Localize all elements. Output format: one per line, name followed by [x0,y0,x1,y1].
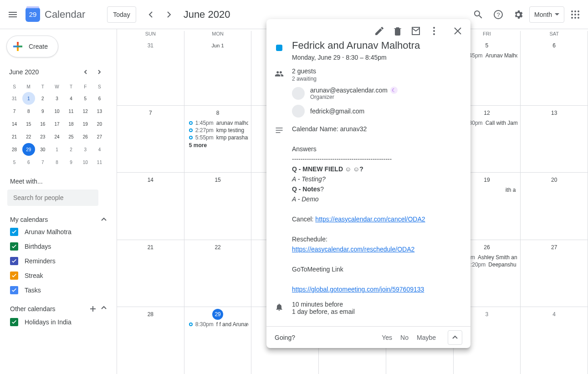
mini-day[interactable]: 2 [36,92,49,105]
my-calendars-toggle[interactable]: My calendars [10,216,107,223]
mini-day[interactable]: 31 [8,92,21,105]
cancel-link[interactable]: https://easycalendar.com/cancel/ODA2 [315,215,425,223]
mini-day[interactable]: 7 [36,156,49,169]
mini-next-button[interactable] [94,67,105,77]
mini-day[interactable]: 24 [51,130,63,143]
checkbox-icon[interactable] [10,318,18,326]
mini-day[interactable]: 11 [65,105,77,118]
view-switcher[interactable]: Month [529,6,564,23]
meeting-link[interactable]: https://global.gotomeeting.com/join/5976… [292,286,424,293]
email-guests-button[interactable] [408,23,424,39]
day-cell[interactable]: 27 [521,240,588,307]
event-chip[interactable]: 8:30pmf f and Arunav M [187,321,249,328]
mini-day[interactable]: 3 [51,92,63,105]
mini-day[interactable]: 11 [93,156,106,169]
day-cell[interactable]: 21 [117,240,184,307]
day-cell[interactable]: 298:30pmf f and Arunav M [184,307,252,374]
mini-day[interactable]: 3 [79,143,92,156]
rsvp-no[interactable]: No [400,334,409,341]
main-menu-button[interactable] [4,5,22,24]
mini-day[interactable]: 21 [8,130,21,143]
event-chip[interactable]: 1:45pmarunav malhotra [187,119,249,127]
day-cell[interactable]: Jun 1 [184,38,252,105]
rsvp-yes[interactable]: Yes [382,334,392,341]
apps-icon[interactable] [566,5,584,24]
mini-day[interactable]: 8 [22,105,35,118]
mini-day[interactable]: 19 [79,118,92,130]
day-cell[interactable]: 31 [117,38,184,105]
mini-day[interactable]: 13 [93,105,106,118]
today-button[interactable]: Today [107,6,136,23]
calendar-item[interactable]: Holidays in India [10,318,107,326]
mini-day[interactable]: 23 [36,130,49,143]
mini-day[interactable]: 15 [22,118,35,130]
checkbox-icon[interactable] [10,272,18,280]
checkbox-icon[interactable] [10,242,18,251]
delete-event-button[interactable] [389,23,406,39]
close-popup-button[interactable] [450,23,466,39]
mini-day[interactable]: 7 [8,105,21,118]
mini-day[interactable]: 8 [51,156,63,169]
day-cell[interactable]: 22 [184,240,252,307]
settings-icon[interactable] [509,5,527,24]
mini-day[interactable]: 5 [8,156,21,169]
day-cell[interactable]: 6 [521,38,588,105]
mini-day[interactable]: 16 [36,118,49,130]
day-cell[interactable]: 7 [117,106,184,173]
mini-day[interactable]: 20 [93,118,106,130]
calendar-item[interactable]: Reminders [10,257,107,265]
mini-day[interactable]: 4 [65,92,77,105]
rsvp-maybe[interactable]: Maybe [417,334,436,341]
mini-day[interactable]: 6 [22,156,35,169]
mini-day[interactable]: 18 [65,118,77,130]
day-cell[interactable]: 28 [117,307,184,374]
mini-day[interactable]: 10 [51,105,63,118]
mini-day[interactable]: 5 [79,92,92,105]
event-options-button[interactable] [426,23,442,39]
calendar-item[interactable]: Arunav Malhotra [10,228,107,236]
day-cell[interactable]: 81:45pmarunav malhotra2:27pmkmp testing5… [184,106,252,173]
rsvp-expand-button[interactable] [448,330,462,345]
calendar-item[interactable]: Birthdays [10,242,107,251]
mini-day[interactable]: 26 [79,130,92,143]
checkbox-icon[interactable] [10,257,18,265]
mini-day[interactable]: 9 [65,156,77,169]
search-icon[interactable] [469,5,487,24]
mini-day[interactable]: 9 [36,105,49,118]
calendar-item[interactable]: Streak [10,272,107,280]
add-calendar-icon[interactable] [88,304,97,313]
mini-prev-button[interactable] [80,67,91,77]
mini-day[interactable]: 27 [93,130,106,143]
next-month-button[interactable] [160,5,178,24]
mini-day[interactable]: 2 [65,143,77,156]
mini-day[interactable]: 22 [22,130,35,143]
mini-day[interactable]: 14 [8,118,21,130]
prev-month-button[interactable] [142,5,160,24]
mini-day[interactable]: 4 [93,143,106,156]
day-cell[interactable]: 4 [521,307,588,374]
other-calendars-toggle[interactable]: Other calendars [10,304,107,313]
more-events[interactable]: 5 more [189,142,247,149]
edit-event-button[interactable] [371,23,388,39]
mini-day[interactable]: 1 [22,92,35,105]
create-button[interactable]: Create [6,36,58,57]
checkbox-icon[interactable] [10,228,18,236]
day-cell[interactable]: 14 [117,173,184,240]
mini-day[interactable]: 25 [65,130,77,143]
search-people-input[interactable] [7,190,98,206]
day-cell[interactable]: 15 [184,173,252,240]
help-icon[interactable]: ? [489,5,507,24]
mini-day[interactable]: 17 [51,118,63,130]
mini-day[interactable]: 1 [51,143,63,156]
mini-day[interactable]: 30 [36,143,49,156]
checkbox-icon[interactable] [10,286,18,294]
event-chip[interactable]: 2:27pmkmp testing [187,127,249,134]
mini-day[interactable]: 10 [79,156,92,169]
day-cell[interactable]: 13 [521,106,588,173]
mini-day[interactable]: 29 [22,143,35,156]
reschedule-link[interactable]: https://easycalendar.com/reschedule/ODA2 [292,246,414,253]
mini-day[interactable]: 12 [79,105,92,118]
calendar-item[interactable]: Tasks [10,286,107,294]
event-chip[interactable]: 5:55pmkmp parashar & [187,134,249,141]
day-cell[interactable]: 20 [521,173,588,240]
